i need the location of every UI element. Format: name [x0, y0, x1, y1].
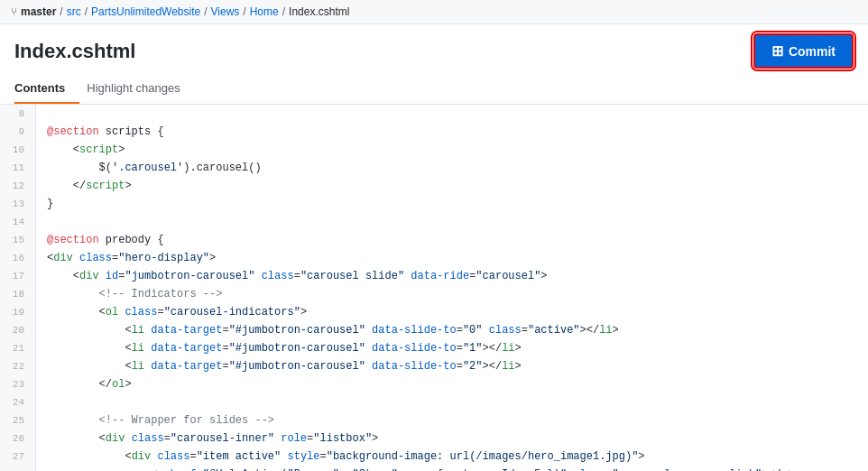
- breadcrumb-home[interactable]: Home: [250, 5, 279, 18]
- breadcrumb-sep3: /: [204, 5, 207, 18]
- table-row: 11 $('.carousel').carousel(): [0, 159, 868, 177]
- commit-button[interactable]: ⊞ Commit: [753, 33, 854, 69]
- table-row: 17 <div id="jumbotron-carousel" class="c…: [0, 267, 868, 285]
- table-row: 28 <a href="@Url.Action("Browse", "Store…: [0, 466, 868, 471]
- table-row: 23 </ol>: [0, 375, 868, 393]
- page-title: Index.cshtml: [14, 40, 135, 63]
- tab-highlight-changes[interactable]: Highlight changes: [87, 74, 194, 104]
- commit-icon: ⊞: [771, 42, 783, 60]
- commit-label: Commit: [789, 44, 836, 59]
- tab-contents[interactable]: Contents: [14, 74, 79, 104]
- branch-icon: ⑂: [11, 5, 17, 18]
- table-row: 8: [0, 105, 868, 123]
- table-row: 13 }: [0, 195, 868, 213]
- table-row: 9 @section scripts {: [0, 123, 868, 141]
- breadcrumb-src[interactable]: src: [67, 5, 81, 18]
- table-row: 14: [0, 213, 868, 231]
- table-row: 16 <div class="hero-display">: [0, 249, 868, 267]
- branch-name[interactable]: master: [21, 5, 56, 18]
- tabs-bar: Contents Highlight changes: [0, 74, 868, 105]
- table-row: 12 </script>: [0, 177, 868, 195]
- breadcrumb-sep4: /: [243, 5, 245, 18]
- table-row: 19 <ol class="carousel-indicators">: [0, 303, 868, 321]
- breadcrumb-bar: ⑂ master / src / PartsUnlimitedWebsite /…: [0, 0, 868, 24]
- breadcrumb-sep2: /: [85, 5, 88, 18]
- table-row: 21 <li data-target="#jumbotron-carousel"…: [0, 339, 868, 357]
- table-row: 24: [0, 393, 868, 411]
- table-row: 20 <li data-target="#jumbotron-carousel"…: [0, 321, 868, 339]
- table-row: 15 @section prebody {: [0, 231, 868, 249]
- breadcrumb-file: Index.cshtml: [289, 5, 349, 18]
- breadcrumb-views[interactable]: Views: [211, 5, 240, 18]
- table-row: 18 <!-- Indicators -->: [0, 285, 868, 303]
- breadcrumb-sep1: /: [60, 5, 62, 18]
- table-row: 26 <div class="carousel-inner" role="lis…: [0, 429, 868, 448]
- table-row: 27 <div class="item active" style="backg…: [0, 448, 868, 466]
- code-container: 8 9 @section scripts { 10 <script> 11 $(…: [0, 105, 868, 471]
- breadcrumb-parts[interactable]: PartsUnlimitedWebsite: [91, 5, 200, 18]
- table-row: 25 <!-- Wrapper for slides -->: [0, 411, 868, 429]
- table-row: 10 <script>: [0, 141, 868, 159]
- breadcrumb-sep5: /: [282, 5, 285, 18]
- header-row: Index.cshtml ⊞ Commit: [0, 24, 868, 69]
- table-row: 22 <li data-target="#jumbotron-carousel"…: [0, 357, 868, 375]
